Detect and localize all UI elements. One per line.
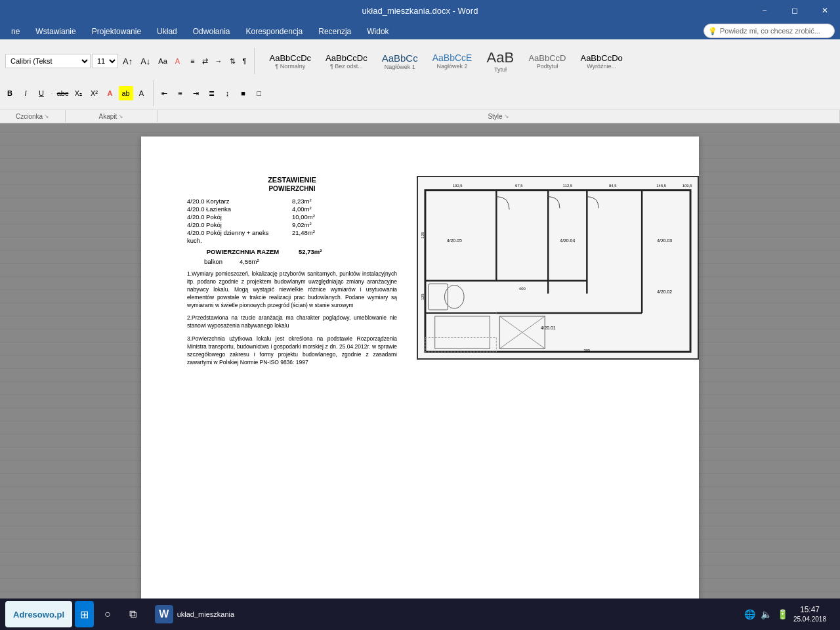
font-size-select[interactable]: 11 — [92, 54, 118, 68]
total-label: POWIERZCHNIA RAZEM — [187, 248, 299, 255]
sort-button[interactable]: ⇅ — [226, 54, 239, 68]
style-tytul[interactable]: AaB Tytuł — [480, 45, 520, 77]
table-row: 4/20.0 Korytarz 8,23m² — [187, 198, 397, 205]
word-icon: W — [155, 605, 173, 623]
bullets-button[interactable]: ≡ — [187, 54, 198, 68]
svg-text:145,5: 145,5 — [656, 184, 666, 188]
tab-korespondencja[interactable]: Korespondencja — [238, 24, 310, 39]
room-area-1: 8,23m² — [292, 198, 397, 205]
room-code-1: 4/20.0 Korytarz — [187, 198, 292, 205]
table-row: 4/20.0 Łazienka 4,00m² — [187, 205, 397, 213]
tab-narzedzia-glowne[interactable]: ne — [3, 24, 28, 39]
align-right-button[interactable]: ⇥ — [189, 86, 203, 100]
ribbon-search[interactable]: 💡 Powiedz mi, co chcesz zrobić... — [704, 24, 835, 38]
balkon-label: balkon — [187, 258, 240, 265]
style-wyroznij[interactable]: AaBbCcDo Wyróźnie... — [574, 45, 628, 77]
table-row: 4/20.0 Pokój 10,00m² — [187, 213, 397, 220]
style-naglowek1[interactable]: AaBbCc Nagłówek 1 — [376, 45, 424, 77]
subscript-button[interactable]: X₂ — [72, 86, 86, 100]
bold-button[interactable]: B — [3, 86, 17, 100]
borders-button[interactable]: □ — [252, 86, 266, 100]
align-center-button[interactable]: ≡ — [173, 86, 188, 100]
font-name-select[interactable]: Calibri (Tekst — [5, 54, 91, 68]
word-taskbar-item[interactable]: W układ_mieszkania — [147, 601, 242, 627]
style-normal-name: ¶ Normalny — [275, 63, 305, 70]
style-podtytul[interactable]: AaBbCcD Podtytuł — [522, 45, 572, 77]
window-title: układ_mieszkania.docx - Word — [362, 6, 478, 16]
svg-text:305: 305 — [583, 348, 591, 352]
minimize-button[interactable]: − — [749, 0, 780, 21]
search-placeholder: Powiedz mi, co chcesz zrobić... — [720, 27, 820, 35]
svg-rect-0 — [425, 190, 690, 352]
note-1: 1.Wymiary pomieszczeń, lokalizację przyb… — [187, 270, 397, 309]
tab-recenzja[interactable]: Recenzja — [310, 24, 359, 39]
volume-icon[interactable]: 🔈 — [761, 609, 772, 620]
align-left-button[interactable]: ⇤ — [158, 86, 172, 100]
floor-plan-svg: 4/20.05 4/20.04 4/20.03 4/20.02 4/20.01 … — [418, 177, 698, 358]
align-justify-button[interactable]: ≣ — [205, 86, 219, 100]
show-marks-button[interactable]: ¶ — [240, 54, 250, 68]
svg-text:109,5: 109,5 — [682, 184, 692, 188]
ribbon: Calibri (Tekst 11 A↑ A↓ Aa A ≡ ⇄ → ⇅ ¶ A… — [0, 39, 840, 123]
text-color-button[interactable]: A — [103, 86, 117, 100]
clock[interactable]: 15:47 25.04.2018 — [793, 605, 826, 624]
notes-section: 1.Wymiary pomieszczeń, lokalizację przyb… — [187, 270, 397, 367]
tab-widok[interactable]: Widok — [359, 24, 396, 39]
style-h2-preview: AaBbCcE — [432, 52, 472, 63]
task-view-button[interactable]: ⧉ — [121, 601, 144, 627]
network-icon[interactable]: 🌐 — [744, 609, 755, 620]
room-label-3: 4/20.03 — [657, 238, 672, 243]
style-wyroznij-name: Wyróźnie... — [587, 63, 616, 70]
tab-odwolania[interactable]: Odwołania — [185, 24, 238, 39]
style-podtytul-name: Podtytuł — [537, 63, 558, 70]
battery-icon[interactable]: 🔋 — [777, 609, 788, 620]
line-spacing-button[interactable]: ↨ — [220, 86, 235, 100]
cortana-button[interactable]: ○ — [96, 601, 119, 627]
superscript-button[interactable]: X² — [87, 86, 102, 100]
close-button[interactable]: ✕ — [810, 0, 840, 21]
style-naglowek2[interactable]: AaBbCcE Nagłówek 2 — [427, 45, 478, 77]
room-area-5b — [292, 237, 397, 244]
style-h2-name: Nagłówek 2 — [437, 63, 468, 70]
italic-button[interactable]: I — [18, 86, 33, 100]
adresowo-taskbar-item[interactable]: Adresowo.pl — [5, 601, 72, 627]
shading-button[interactable]: ■ — [236, 86, 251, 100]
search-icon: 💡 — [708, 27, 717, 35]
indent-button[interactable]: → — [212, 54, 226, 68]
balkon-row: balkon 4,56m² — [187, 258, 397, 265]
numbering-button[interactable]: ⇄ — [199, 54, 211, 68]
strikethrough-button[interactable]: abc — [56, 86, 70, 100]
style-bez-name: ¶ Bez odst... — [330, 63, 363, 70]
table-row: kuch. — [187, 237, 397, 244]
room-area-5: 21,48m² — [292, 229, 397, 236]
room-area-4: 9,02m² — [292, 221, 397, 228]
balkon-value: 4,56m² — [240, 258, 397, 265]
increase-font-button[interactable]: A↑ — [119, 54, 136, 68]
room-label-4: 4/20.02 — [657, 289, 672, 294]
tab-wstawianie[interactable]: Wstawianie — [28, 24, 83, 39]
font-group-expand[interactable]: ↘ — [44, 113, 49, 119]
clear-format-button[interactable]: A — [172, 54, 183, 68]
style-bez-odstepow[interactable]: AaBbCcDc ¶ Bez odst... — [320, 45, 373, 77]
font-case-button[interactable]: Aa — [155, 54, 170, 68]
style-normal[interactable]: AaBbCcDc ¶ Normalny — [264, 45, 318, 77]
decrease-font-button[interactable]: A↓ — [137, 54, 154, 68]
font-color-button[interactable]: A — [135, 86, 149, 100]
style-group-expand[interactable]: ↘ — [504, 113, 509, 119]
room-code-2: 4/20.0 Łazienka — [187, 205, 292, 213]
style-h1-preview: AaBbCc — [382, 52, 418, 64]
highlight-button[interactable]: ab — [119, 86, 133, 100]
style-gallery: AaBbCcDc ¶ Normalny AaBbCcDc ¶ Bez odst.… — [259, 43, 838, 79]
document-area[interactable]: ZESTAWIENIE POWIERZCHNI 4/20.0 Korytarz … — [0, 123, 840, 630]
tab-uklad[interactable]: Układ — [149, 24, 185, 39]
svg-text:125: 125 — [421, 232, 425, 239]
underline-button[interactable]: U — [34, 86, 49, 100]
style-group-label: Style ↘ — [158, 110, 840, 122]
zestawienie-title: ZESTAWIENIE — [187, 176, 397, 184]
restore-button[interactable]: ◻ — [780, 0, 810, 21]
paragraph-group-expand[interactable]: ↘ — [118, 113, 123, 119]
document-content: ZESTAWIENIE POWIERZCHNI 4/20.0 Korytarz … — [187, 176, 653, 372]
tab-projektowanie[interactable]: Projektowanie — [84, 24, 149, 39]
start-button[interactable]: ⊞ — [75, 601, 94, 627]
svg-text:192,5: 192,5 — [453, 184, 463, 188]
